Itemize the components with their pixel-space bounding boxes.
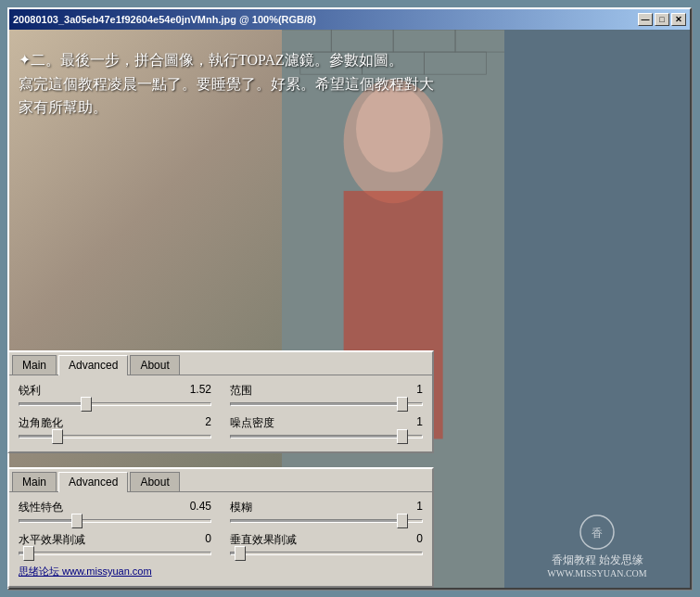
panel1-content: 锐利 1.52 范围 1 bbox=[9, 375, 432, 451]
slider-range-fill bbox=[231, 403, 402, 405]
slider-linear-fill bbox=[19, 520, 77, 522]
slider-sharpen-label: 锐利 bbox=[19, 383, 41, 399]
panel1-tab-about[interactable]: About bbox=[130, 355, 179, 375]
slider-blur-track[interactable] bbox=[230, 519, 423, 523]
slider-sharpen-track[interactable] bbox=[19, 402, 211, 406]
slider-noise-label: 噪点密度 bbox=[230, 415, 274, 431]
slider-linear-track[interactable] bbox=[19, 519, 211, 523]
slider-range: 范围 1 bbox=[230, 383, 423, 406]
slider-range-value: 1 bbox=[416, 383, 423, 399]
right-watermark: 香 香烟教程 始发思缘 WWW.MISSYUAN.COM bbox=[504, 504, 690, 588]
slider-horizontal-thumb[interactable] bbox=[23, 546, 34, 561]
panel2-slider-grid: 线性特色 0.45 模糊 1 bbox=[19, 500, 423, 561]
slider-noise-fill bbox=[231, 436, 402, 438]
slider-horizontal: 水平效果削减 0 bbox=[19, 532, 211, 555]
panel-2: Main Advanced About 线性特色 0.45 模糊 1 bbox=[7, 467, 434, 588]
slider-horizontal-track[interactable] bbox=[19, 552, 211, 555]
slider-blur-label: 模糊 bbox=[230, 500, 252, 515]
slider-edge-value: 2 bbox=[205, 415, 211, 431]
slider-vertical: 垂直效果削减 0 bbox=[230, 532, 423, 555]
slider-edge-thumb[interactable] bbox=[52, 429, 63, 444]
right-watermark-line1: 香烟教程 始发思缘 bbox=[514, 553, 681, 568]
window-title: 20080103_3a05eb47e1f92604e54e0jnVMnh.jpg… bbox=[13, 14, 316, 25]
panel2-tabs: Main Advanced About bbox=[9, 469, 432, 491]
panel1-slider-grid: 锐利 1.52 范围 1 bbox=[19, 383, 423, 444]
slider-horizontal-value: 0 bbox=[205, 532, 211, 548]
slider-sharpen-value: 1.52 bbox=[190, 383, 211, 399]
overlay-line3: 家有所幫助。 bbox=[19, 95, 495, 120]
slider-blur-thumb[interactable] bbox=[397, 514, 408, 528]
slider-vertical-thumb[interactable] bbox=[235, 546, 246, 561]
slider-blur-fill bbox=[231, 520, 402, 522]
slider-edge: 边角脆化 2 bbox=[19, 415, 211, 438]
panel1-tabs: Main Advanced About bbox=[9, 352, 432, 375]
maximize-button[interactable]: □ bbox=[655, 13, 669, 26]
slider-vertical-track[interactable] bbox=[230, 552, 423, 555]
slider-linear-label: 线性特色 bbox=[19, 500, 63, 515]
panel2-tab-main[interactable]: Main bbox=[12, 472, 57, 491]
panel2-tab-about[interactable]: About bbox=[130, 472, 179, 491]
right-watermark-line2: WWW.MISSYUAN.COM bbox=[514, 568, 681, 578]
slider-sharpen-fill bbox=[19, 403, 86, 405]
overlay-line2: 寫完這個教程凌晨一點了。要睡覺了。好累。希望這個教程對大 bbox=[19, 72, 495, 96]
slider-range-track[interactable] bbox=[230, 402, 423, 406]
slider-range-label: 范围 bbox=[230, 383, 252, 399]
slider-noise: 噪点密度 1 bbox=[230, 415, 423, 438]
right-panel: 香 香烟教程 始发思缘 WWW.MISSYUAN.COM bbox=[504, 30, 690, 588]
panel2-content: 线性特色 0.45 模糊 1 bbox=[9, 491, 432, 586]
slider-blur-value: 1 bbox=[416, 500, 423, 515]
image-overlay-text: ✦二。最後一步，拼合圖像，執行TOPAZ濾鏡。參數如圖。 寫完這個教程凌晨一點了… bbox=[19, 48, 495, 120]
slider-noise-value: 1 bbox=[416, 415, 423, 431]
slider-range-thumb[interactable] bbox=[397, 397, 408, 412]
slider-sharpen-thumb[interactable] bbox=[81, 397, 92, 412]
slider-linear-value: 0.45 bbox=[190, 500, 211, 515]
slider-noise-thumb[interactable] bbox=[397, 429, 408, 444]
panel1-tab-main[interactable]: Main bbox=[12, 355, 57, 375]
panel1-tab-advanced[interactable]: Advanced bbox=[58, 355, 128, 375]
slider-linear: 线性特色 0.45 bbox=[19, 500, 211, 523]
panel2-tab-advanced[interactable]: Advanced bbox=[58, 472, 128, 492]
window-controls: — □ ✕ bbox=[638, 13, 686, 26]
slider-linear-thumb[interactable] bbox=[71, 514, 83, 528]
slider-noise-track[interactable] bbox=[230, 435, 423, 438]
close-button[interactable]: ✕ bbox=[671, 13, 686, 26]
slider-vertical-value: 0 bbox=[416, 532, 423, 548]
slider-edge-track[interactable] bbox=[19, 435, 211, 438]
panel-1: Main Advanced About 锐利 1.52 范围 1 bbox=[7, 350, 434, 453]
title-bar: 20080103_3a05eb47e1f92604e54e0jnVMnh.jpg… bbox=[9, 9, 690, 30]
minimize-button[interactable]: — bbox=[638, 13, 653, 26]
footer-link[interactable]: 思绪论坛 www.missyuan.com bbox=[19, 565, 423, 578]
slider-sharpen: 锐利 1.52 bbox=[19, 383, 211, 406]
slider-blur: 模糊 1 bbox=[230, 500, 423, 523]
overlay-line1: ✦二。最後一步，拼合圖像，執行TOPAZ濾鏡。參數如圖。 bbox=[19, 48, 495, 72]
svg-text:香: 香 bbox=[592, 527, 603, 540]
